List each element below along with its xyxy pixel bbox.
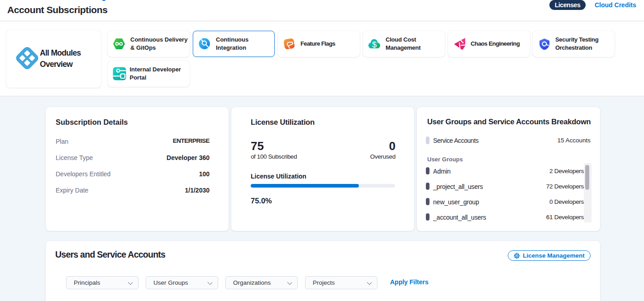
svg-text:$: $ [372, 40, 377, 49]
